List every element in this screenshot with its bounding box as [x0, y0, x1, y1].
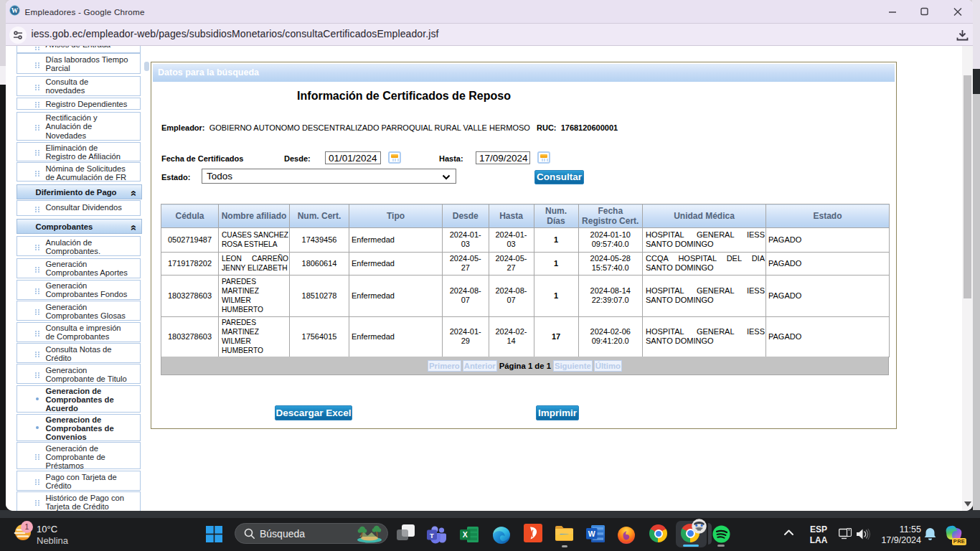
- svg-text:W: W: [11, 7, 19, 14]
- svg-text:X: X: [463, 530, 468, 539]
- svg-text:T: T: [430, 532, 434, 540]
- svg-text:W: W: [588, 529, 595, 538]
